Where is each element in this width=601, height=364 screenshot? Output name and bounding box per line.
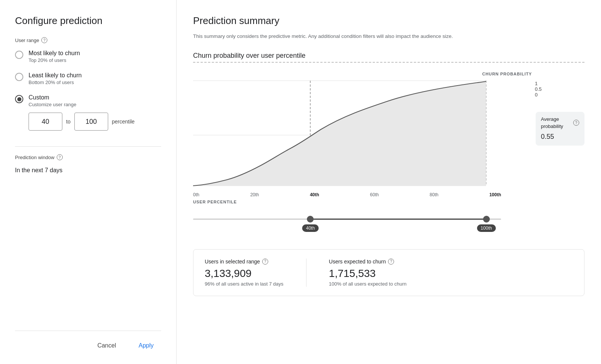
users-in-range-help-icon[interactable]: ? xyxy=(262,259,268,265)
slider-container: 40th 100th xyxy=(193,208,501,230)
chart-wrapper: 0th 20th 40th 60th 80th 100th USER PERCE… xyxy=(193,77,584,230)
x-label-0th: 0th xyxy=(193,192,199,197)
custom-inputs: to percentile xyxy=(29,113,134,131)
radio-main-label-least-likely: Least likely to churn xyxy=(29,72,82,79)
x-label-40th: 40th xyxy=(310,192,319,197)
x-label-20th: 20th xyxy=(250,192,259,197)
radio-group: Most likely to churn Top 20% of users Le… xyxy=(15,50,161,131)
users-in-range-sub: 96% of all users active in last 7 days xyxy=(205,281,284,287)
avg-prob-help-icon[interactable]: ? xyxy=(573,120,579,126)
x-axis-label: USER PERCENTILE xyxy=(193,200,529,204)
stat-users-expected-churn: Users expected to churn ? 1,715,533 100%… xyxy=(329,259,407,287)
users-expected-churn-label: Users expected to churn xyxy=(329,259,386,265)
radio-sub-label-most-likely: Top 20% of users xyxy=(29,57,80,63)
bottom-bar: Cancel Apply xyxy=(15,331,161,353)
avg-prob-value: 0.55 xyxy=(541,132,579,142)
y-label-05: 0.5 xyxy=(535,86,547,92)
radio-main-label-most-likely: Most likely to churn xyxy=(29,50,80,57)
prediction-window-help-icon[interactable]: ? xyxy=(57,154,63,160)
radio-sub-label-custom: Customize user range xyxy=(29,102,134,107)
users-in-range-label: Users in selected range xyxy=(205,259,260,265)
slider-label-left: 40th xyxy=(302,224,319,232)
prediction-window-section: Prediction window ? In the next 7 days xyxy=(15,146,161,174)
radio-option-custom[interactable]: Custom Customize user range to percentil… xyxy=(15,94,161,131)
stats-card: Users in selected range ? 3,133,909 96% … xyxy=(193,249,584,296)
stat-divider xyxy=(306,259,307,287)
right-panel: Prediction summary This summary only con… xyxy=(177,0,601,364)
radio-main-label-custom: Custom xyxy=(29,94,134,101)
users-expected-churn-help-icon[interactable]: ? xyxy=(388,259,394,265)
summary-title: Prediction summary xyxy=(193,15,584,27)
avg-prob-label: Average probability xyxy=(541,116,571,130)
radio-option-least-likely[interactable]: Least likely to churn Bottom 20% of user… xyxy=(15,72,161,85)
apply-button[interactable]: Apply xyxy=(131,338,161,353)
radio-option-most-likely[interactable]: Most likely to churn Top 20% of users xyxy=(15,50,161,63)
chart-area: CHURN PROBABILITY xyxy=(193,68,584,230)
radio-circle-least-likely xyxy=(15,73,23,81)
x-label-60th: 60th xyxy=(370,192,379,197)
prediction-window-value: In the next 7 days xyxy=(15,167,161,174)
x-label-100th: 100th xyxy=(489,192,501,197)
users-expected-churn-sub: 100% of all users expected to churn xyxy=(329,281,407,287)
slider-label-right: 100th xyxy=(477,224,496,232)
slider-thumb-right[interactable] xyxy=(483,216,490,223)
radio-circle-custom xyxy=(15,95,23,103)
to-separator: to xyxy=(66,119,71,125)
percentile-from-input[interactable] xyxy=(29,113,62,131)
y-axis-labels: 1 0.5 0 xyxy=(532,77,547,109)
radio-sub-label-least-likely: Bottom 20% of users xyxy=(29,80,82,85)
y-label-0: 0 xyxy=(535,92,547,98)
percentile-to-input[interactable] xyxy=(74,113,108,131)
prediction-window-label: Prediction window ? xyxy=(15,154,161,160)
cancel-button[interactable]: Cancel xyxy=(90,338,124,353)
y-axis-label: CHURN PROBABILITY xyxy=(482,72,532,76)
stat-users-in-range: Users in selected range ? 3,133,909 96% … xyxy=(205,259,284,287)
y-label-1: 1 xyxy=(535,81,547,86)
user-range-label: User range ? xyxy=(15,37,161,43)
radio-circle-most-likely xyxy=(15,51,23,59)
summary-description: This summary only considers the predicti… xyxy=(193,33,512,41)
users-expected-churn-value: 1,715,533 xyxy=(329,268,407,280)
percentile-unit-label: percentile xyxy=(112,119,135,125)
user-range-help-icon[interactable]: ? xyxy=(41,37,47,43)
chart-title: Churn probability over user percentile xyxy=(193,52,584,63)
panel-title: Configure prediction xyxy=(15,15,161,27)
slider-thumb-left[interactable] xyxy=(307,216,314,223)
left-panel: Configure prediction User range ? Most l… xyxy=(0,0,177,364)
avg-probability-tooltip: Average probability ? 0.55 xyxy=(536,112,584,146)
users-in-range-value: 3,133,909 xyxy=(205,268,284,280)
chart-svg-container: 0th 20th 40th 60th 80th 100th USER PERCE… xyxy=(193,77,529,230)
x-label-80th: 80th xyxy=(430,192,438,197)
